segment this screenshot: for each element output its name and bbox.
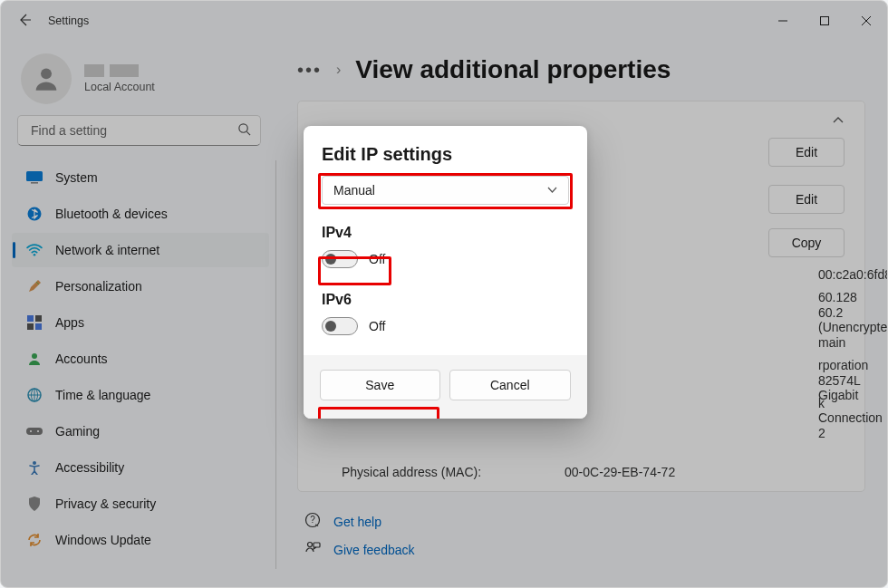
ip-mode-value: Manual [333, 183, 375, 198]
edit-ip-dialog: Edit IP settings Manual IPv4 Off IPv6 Of… [304, 126, 587, 419]
settings-window: Settings Local Account [0, 0, 888, 588]
cancel-button[interactable]: Cancel [449, 370, 572, 400]
ipv6-label: IPv6 [322, 292, 569, 308]
ipv6-toggle[interactable] [322, 317, 358, 335]
ip-mode-select[interactable]: Manual [322, 176, 569, 205]
dialog-overlay: Edit IP settings Manual IPv4 Off IPv6 Of… [1, 1, 887, 587]
save-button[interactable]: Save [320, 370, 440, 400]
ipv4-label: IPv4 [322, 225, 569, 241]
chevron-down-icon [547, 183, 557, 198]
ipv6-state: Off [369, 319, 385, 333]
ipv4-toggle-row: Off [322, 246, 385, 272]
ipv6-toggle-row: Off [322, 313, 385, 339]
ipv4-toggle[interactable] [322, 250, 358, 268]
dialog-title: Edit IP settings [322, 144, 569, 165]
ipv4-state: Off [369, 252, 385, 266]
